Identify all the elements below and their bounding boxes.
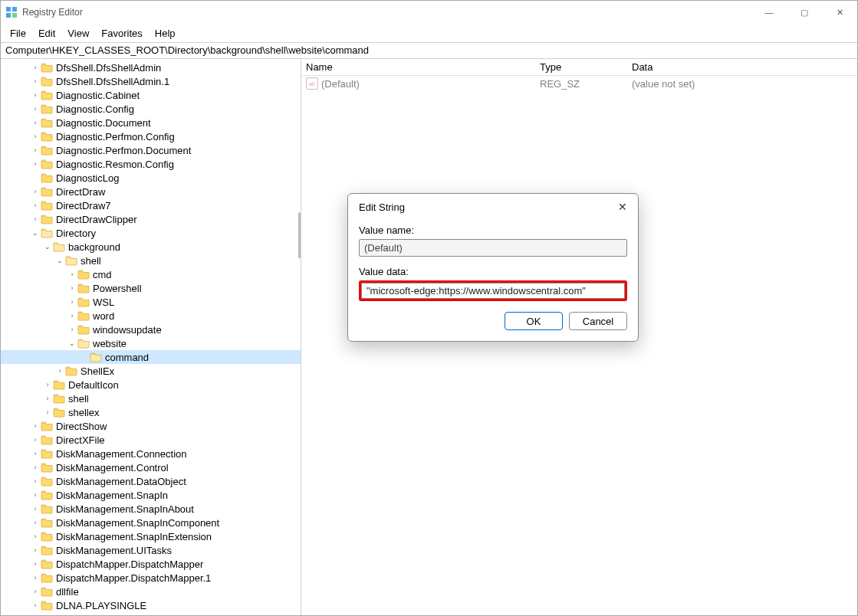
- tree-node[interactable]: › WSL: [1, 295, 301, 309]
- tree-node[interactable]: › dllfile: [1, 585, 301, 598]
- chevron-right-icon[interactable]: ›: [30, 64, 41, 71]
- chevron-right-icon[interactable]: ›: [67, 298, 77, 306]
- chevron-right-icon[interactable]: ›: [30, 532, 41, 540]
- chevron-right-icon[interactable]: ›: [67, 270, 77, 278]
- menu-view[interactable]: View: [61, 26, 95, 41]
- tree-node[interactable]: › word: [1, 309, 301, 323]
- tree-pane[interactable]: › DfsShell.DfsShellAdmin› DfsShell.DfsSh…: [1, 59, 301, 615]
- menu-file[interactable]: File: [4, 26, 32, 41]
- col-header-name[interactable]: Name: [306, 61, 540, 73]
- tree-node[interactable]: › DirectDraw: [1, 185, 301, 198]
- chevron-right-icon[interactable]: ›: [30, 519, 41, 526]
- tree-node[interactable]: › shellex: [1, 405, 301, 419]
- tree-node[interactable]: ⌄ website: [1, 336, 301, 350]
- chevron-down-icon[interactable]: ⌄: [67, 339, 77, 347]
- tree-node[interactable]: › DirectXFile: [1, 433, 301, 447]
- tree-node[interactable]: › windowsupdate: [1, 323, 301, 336]
- maximize-button[interactable]: ▢: [787, 1, 822, 24]
- tree-node[interactable]: › shell: [1, 392, 301, 405]
- dialog-close-button[interactable]: ✕: [615, 201, 630, 213]
- chevron-right-icon[interactable]: ›: [30, 601, 41, 609]
- chevron-right-icon[interactable]: ›: [30, 91, 41, 99]
- value-data-input[interactable]: [361, 283, 625, 299]
- menu-edit[interactable]: Edit: [32, 26, 61, 41]
- chevron-right-icon[interactable]: ›: [30, 505, 41, 513]
- tree-node[interactable]: › DiskManagement.Control: [1, 460, 301, 474]
- value-name-input[interactable]: [359, 239, 627, 257]
- menu-favorites[interactable]: Favorites: [95, 26, 148, 41]
- chevron-right-icon[interactable]: ›: [30, 422, 41, 430]
- menu-help[interactable]: Help: [149, 26, 182, 41]
- tree-node[interactable]: › Diagnostic.Resmon.Config: [1, 157, 301, 171]
- value-row[interactable]: ab (Default) REG_SZ (value not set): [301, 76, 857, 91]
- tree-node[interactable]: ⌄ Directory: [1, 226, 301, 240]
- chevron-right-icon[interactable]: ›: [54, 367, 65, 375]
- chevron-right-icon[interactable]: ›: [42, 381, 53, 388]
- dialog-title: Edit String: [359, 202, 405, 213]
- tree-node[interactable]: › DiskManagement.DataObject: [1, 474, 301, 488]
- tree-node[interactable]: › DirectShow: [1, 419, 301, 433]
- tree-node[interactable]: › Diagnostic.Config: [1, 102, 301, 116]
- chevron-right-icon[interactable]: ›: [30, 436, 41, 444]
- tree-node[interactable]: › DiskManagement.SnapInAbout: [1, 502, 301, 516]
- chevron-right-icon[interactable]: ›: [30, 491, 41, 499]
- chevron-right-icon[interactable]: ›: [30, 77, 41, 85]
- tree-node[interactable]: › ShellEx: [1, 364, 301, 378]
- col-header-data[interactable]: Data: [632, 61, 857, 73]
- ok-button[interactable]: OK: [505, 312, 563, 330]
- chevron-right-icon[interactable]: ›: [30, 215, 41, 223]
- chevron-right-icon[interactable]: ›: [30, 146, 41, 154]
- tree-node[interactable]: › DirectDraw7: [1, 198, 301, 212]
- tree-node[interactable]: › DiskManagement.SnapInComponent: [1, 516, 301, 529]
- close-button[interactable]: ✕: [822, 1, 857, 24]
- chevron-down-icon[interactable]: ⌄: [30, 229, 41, 237]
- chevron-right-icon[interactable]: ›: [30, 477, 41, 485]
- chevron-right-icon[interactable]: ›: [30, 119, 41, 126]
- cancel-button[interactable]: Cancel: [569, 312, 627, 330]
- minimize-button[interactable]: —: [751, 1, 787, 24]
- chevron-right-icon[interactable]: ›: [30, 574, 41, 582]
- tree-node[interactable]: › DispatchMapper.DispatchMapper: [1, 557, 301, 571]
- tree-node[interactable]: › Diagnostic.Perfmon.Config: [1, 129, 301, 143]
- tree-node[interactable]: ⌄ background: [1, 240, 301, 254]
- chevron-right-icon[interactable]: ›: [30, 464, 41, 471]
- tree-node[interactable]: › Diagnostic.Perfmon.Document: [1, 143, 301, 157]
- folder-icon: [77, 324, 90, 335]
- tree-node[interactable]: ⌄ shell: [1, 254, 301, 267]
- tree-node[interactable]: DiagnosticLog: [1, 171, 301, 185]
- chevron-right-icon[interactable]: ›: [30, 160, 41, 168]
- tree-node[interactable]: › DiskManagement.SnapIn: [1, 488, 301, 502]
- chevron-right-icon[interactable]: ›: [30, 560, 41, 568]
- chevron-right-icon[interactable]: ›: [30, 546, 41, 554]
- tree-node[interactable]: command: [1, 350, 301, 364]
- chevron-right-icon[interactable]: ›: [67, 284, 77, 292]
- tree-node[interactable]: › DispatchMapper.DispatchMapper.1: [1, 571, 301, 585]
- tree-node[interactable]: › Diagnostic.Cabinet: [1, 88, 301, 102]
- tree-node[interactable]: › DiskManagement.UITasks: [1, 543, 301, 557]
- chevron-right-icon[interactable]: ›: [30, 202, 41, 209]
- col-header-type[interactable]: Type: [540, 61, 632, 73]
- tree-node-label: Diagnostic.Perfmon.Document: [56, 145, 191, 156]
- tree-node[interactable]: › DLNA.PLAYSINGLE: [1, 598, 301, 612]
- tree-node[interactable]: › DiskManagement.SnapInExtension: [1, 529, 301, 543]
- tree-node[interactable]: › DfsShell.DfsShellAdmin.1: [1, 74, 301, 88]
- chevron-right-icon[interactable]: ›: [30, 588, 41, 595]
- tree-node[interactable]: › DiskManagement.Connection: [1, 447, 301, 460]
- chevron-right-icon[interactable]: ›: [30, 188, 41, 195]
- tree-node[interactable]: › DirectDrawClipper: [1, 212, 301, 226]
- chevron-down-icon[interactable]: ⌄: [54, 257, 65, 264]
- tree-node[interactable]: › DfsShell.DfsShellAdmin: [1, 61, 301, 74]
- tree-node[interactable]: › DefaultIcon: [1, 378, 301, 392]
- tree-node[interactable]: › Powershell: [1, 281, 301, 295]
- chevron-right-icon[interactable]: ›: [42, 408, 53, 416]
- chevron-down-icon[interactable]: ⌄: [42, 243, 53, 251]
- chevron-right-icon[interactable]: ›: [30, 105, 41, 113]
- address-bar[interactable]: Computer\HKEY_CLASSES_ROOT\Directory\bac…: [1, 42, 857, 59]
- tree-node[interactable]: › Diagnostic.Document: [1, 116, 301, 129]
- chevron-right-icon[interactable]: ›: [30, 133, 41, 140]
- chevron-right-icon[interactable]: ›: [30, 450, 41, 457]
- chevron-right-icon[interactable]: ›: [42, 395, 53, 402]
- chevron-right-icon[interactable]: ›: [67, 312, 77, 319]
- tree-node[interactable]: › cmd: [1, 267, 301, 281]
- chevron-right-icon[interactable]: ›: [67, 326, 77, 333]
